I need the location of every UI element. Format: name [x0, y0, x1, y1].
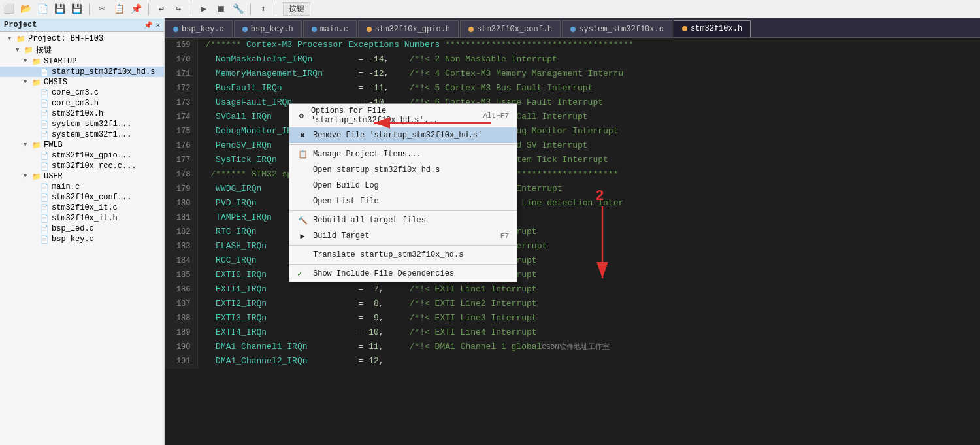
ctx-item-open-startup[interactable]: Open startup_stm32f10x_hd.s [289, 162, 517, 178]
code-line-178: 178 /****** STM32 specific Interrupt Num… [165, 167, 980, 182]
line-num-179: 179 [165, 182, 197, 196]
tab-main-c[interactable]: main.c [303, 20, 357, 37]
sidebar-item-cmsis[interactable]: ▼ 📁 CMSIS [0, 77, 164, 88]
anniu-label: 按键 [36, 44, 52, 56]
line-content-171: MemoryManagement_IRQn = -12, /*!< 4 Cort… [197, 67, 980, 81]
project-label: Project: BH-F103 [28, 34, 103, 43]
sidebar-item-stm32f10x-h[interactable]: 📄 stm32f10x.h [0, 108, 164, 119]
cut-icon[interactable]: ✂ [96, 3, 108, 15]
file-icon2[interactable]: 📄 [37, 3, 48, 15]
sidebar-item-it-c[interactable]: 📄 stm32f10x_it.c [0, 203, 164, 213]
save-all-icon[interactable]: 💾 [71, 3, 82, 15]
line-content-169: /****** Cortex-M3 Processor Exceptions N… [197, 38, 980, 52]
line-num-177: 177 [165, 153, 197, 167]
paste-icon[interactable]: 📌 [130, 3, 142, 15]
tab-label-main-c: main.c [320, 25, 348, 34]
main-layout: Project 📌 ✕ ▼ 📁 Project: BH-F103 ▼ 📁 按键 … [0, 18, 980, 445]
tab-dot-main-c [312, 27, 317, 32]
ctx-item-manage[interactable]: 📋 Manage Project Items... [289, 146, 517, 162]
ctx-open-startup-label: Open startup_stm32f10x_hd.s [313, 165, 440, 174]
tab-label-stm32f10x-h: stm32f10x.h [691, 24, 742, 33]
it-c-label: stm32f10x_it.c [52, 203, 118, 212]
sidebar-icon-close[interactable]: ✕ [155, 21, 160, 29]
rcc-label: stm32f10x_rcc.c... [52, 161, 137, 171]
sidebar-item-core-cm3h[interactable]: 📄 core_cm3.h [0, 98, 164, 108]
startup-folder-icon: 📁 [31, 57, 42, 66]
ctx-item-build[interactable]: ▶ Build Target F7 [289, 228, 517, 244]
copy-icon[interactable]: 📋 [113, 3, 125, 15]
tree-arrow-cmsis: ▼ [24, 79, 30, 86]
save-icon[interactable]: 💾 [54, 3, 65, 15]
tab-bsp-key-c[interactable]: bsp_key.c [165, 20, 233, 37]
sidebar-item-startup[interactable]: ▼ 📁 STARTUP [0, 56, 164, 67]
line-content-187: EXTI2_IRQn = 8, /*!< EXTI Line2 Interrup… [197, 297, 980, 311]
line-num-186: 186 [165, 282, 197, 297]
tab-label-conf-h: stm32f10x_conf.h [477, 25, 552, 34]
sidebar-item-fwlb[interactable]: ▼ 📁 FWLB [0, 140, 164, 150]
ctx-item-translate[interactable]: Translate startup_stm32f10x_hd.s [289, 247, 517, 263]
sidebar-item-startup-file[interactable]: 📄 startup_stm32f10x_hd.s [0, 67, 164, 77]
line-content-186: EXTI1_IRQn = 7, /*!< EXTI Line1 Interrup… [197, 282, 980, 297]
ctx-item-open-build-log[interactable]: Open Build Log [289, 178, 517, 193]
sidebar-icon-lock[interactable]: 📌 [144, 21, 153, 29]
bsp-led-icon: 📄 [39, 224, 50, 233]
toolbar: ⬜ 📂 📄 💾 💾 ✂ 📋 📌 ↩ ↪ ▶ ⏹ 🔧 ⬆ 按键 [0, 0, 980, 18]
project-icon: 📁 [16, 34, 26, 43]
sidebar-item-bsp-key[interactable]: 📄 bsp_key.c [0, 234, 164, 244]
ctx-item-options[interactable]: ⚙ Options for File 'startup_stm32f10x_hd… [289, 104, 517, 127]
undo-icon[interactable]: ↩ [155, 3, 167, 15]
sidebar-item-project[interactable]: ▼ 📁 Project: BH-F103 [0, 33, 164, 44]
line-num-185: 185 [165, 268, 197, 282]
build-icon[interactable]: ▶ [198, 3, 210, 15]
line-num-189: 189 [165, 325, 197, 340]
sidebar-item-gpio[interactable]: 📄 stm32f10x_gpio... [0, 150, 164, 161]
sidebar-item-system2[interactable]: 📄 system_stm32f1... [0, 129, 164, 140]
tab-bsp-key-h[interactable]: bsp_key.h [234, 20, 302, 37]
system2-label: system_stm32f1... [52, 130, 131, 139]
redo-icon[interactable]: ↪ [172, 3, 184, 15]
tree-arrow-fwlb: ▼ [24, 142, 30, 148]
new-file-icon[interactable]: ⬜ [3, 3, 14, 15]
code-line-191: 191 DMA1_Channel2_IRQn = 12, [165, 354, 980, 369]
ctx-item-remove[interactable]: ✖ Remove File 'startup_stm32f10x_hd.s' [289, 127, 517, 143]
sidebar-item-rcc[interactable]: 📄 stm32f10x_rcc.c... [0, 161, 164, 171]
sidebar-item-system1[interactable]: 📄 system_stm32f1... [0, 119, 164, 129]
ctx-item-open-list[interactable]: Open List File [289, 193, 517, 209]
load-icon[interactable]: ⬆ [257, 3, 269, 15]
tab-conf-h[interactable]: stm32f10x_conf.h [460, 20, 561, 37]
code-line-173: 173 UsageFault_IRQn = -10, /*!< 6 Cortex… [165, 95, 980, 110]
tab-label-bsp-key-h: bsp_key.h [251, 25, 293, 34]
ctx-rebuild-icon: 🔨 [297, 215, 308, 225]
tab-system-c[interactable]: system_stm32f10x.c [562, 20, 672, 37]
sidebar-item-main[interactable]: 📄 main.c [0, 182, 164, 192]
ctx-sep1 [289, 144, 517, 145]
code-editor[interactable]: 169 /****** Cortex-M3 Processor Exceptio… [165, 38, 980, 445]
core-cm3c-icon: 📄 [39, 88, 50, 97]
anniu-button[interactable]: 按键 [283, 2, 310, 16]
line-num-170: 170 [165, 52, 197, 67]
ctx-show-include-label: Show Include File Dependencies [313, 269, 454, 278]
ctx-item-rebuild[interactable]: 🔨 Rebuild all target files [289, 212, 517, 228]
ctx-item-show-include[interactable]: ✓ Show Include File Dependencies [289, 266, 517, 282]
settings-icon[interactable]: 🔧 [232, 3, 244, 15]
gpio-label: stm32f10x_gpio... [52, 151, 131, 160]
line-num-180: 180 [165, 196, 197, 210]
sidebar-item-user[interactable]: ▼ 📁 USER [0, 171, 164, 182]
tab-stm32f10x-h[interactable]: stm32f10x.h [674, 20, 751, 37]
stop-icon[interactable]: ⏹ [215, 3, 227, 15]
startup-file-label: startup_stm32f10x_hd.s [52, 67, 155, 76]
bsp-led-label: bsp_led.c [52, 224, 94, 233]
code-line-185: 185 EXTI0_IRQn = 6, /*!< EXTI Line0 Inte… [165, 268, 980, 282]
code-line-175: 175 DebugMonitor_IRQn = -4, /*!< 12 Cort… [165, 124, 980, 139]
code-line-169: 169 /****** Cortex-M3 Processor Exceptio… [165, 38, 980, 52]
sidebar-item-conf[interactable]: 📄 stm32f10x_conf... [0, 192, 164, 203]
sidebar-item-bsp-led[interactable]: 📄 bsp_led.c [0, 223, 164, 234]
conf-icon: 📄 [39, 193, 50, 202]
open-icon[interactable]: 📂 [20, 3, 31, 15]
sep2 [148, 3, 149, 15]
sidebar-item-anniu[interactable]: ▼ 📁 按键 [0, 44, 164, 56]
sidebar-item-core-cm3c[interactable]: 📄 core_cm3.c [0, 88, 164, 98]
sidebar-item-it-h[interactable]: 📄 stm32f10x_it.h [0, 213, 164, 223]
tab-gpio-h[interactable]: stm32f10x_gpio.h [358, 20, 459, 37]
core-cm3h-icon: 📄 [39, 99, 50, 108]
